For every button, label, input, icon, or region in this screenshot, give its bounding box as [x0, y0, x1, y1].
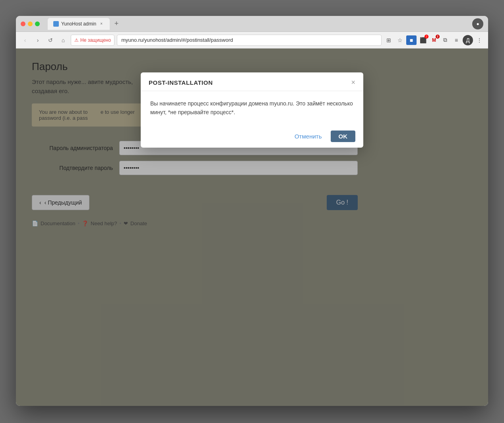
bookmark-icon[interactable]: ☆: [395, 35, 405, 45]
extension-icon-green[interactable]: ⬛ 2: [418, 35, 428, 45]
extension-icon-mail[interactable]: M 2: [429, 35, 439, 45]
modal-close-button[interactable]: ×: [351, 79, 355, 86]
modal-text: Вы начинаете процесс конфигурации домена…: [150, 99, 354, 117]
security-warning-icon: ⚠: [74, 37, 79, 43]
back-button[interactable]: ‹: [20, 35, 30, 45]
url-text: myuno.ru/yunohost/admin/#/postinstall/pa…: [121, 37, 233, 43]
extensions-puzzle-icon[interactable]: ⧉: [440, 35, 450, 45]
traffic-lights: [21, 21, 40, 26]
modal-footer: Отменить OK: [141, 125, 363, 148]
tab-bar: YunoHost admin × +: [48, 18, 122, 30]
more-options-icon[interactable]: ⋮: [475, 35, 484, 45]
cancel-button[interactable]: Отменить: [290, 131, 327, 142]
modal-header: POST-INSTALLATION ×: [141, 72, 363, 91]
reload-button[interactable]: ↺: [45, 35, 56, 45]
address-bar[interactable]: myuno.ru/yunohost/admin/#/postinstall/pa…: [117, 35, 382, 46]
browser-window: YunoHost admin × + ● ‹ › ↺ ⌂ ⚠ Не защище…: [16, 16, 488, 406]
modal-body: Вы начинаете процесс конфигурации домена…: [141, 91, 363, 125]
page-content: Пароль Этот пароль нуже... авите мудрост…: [16, 49, 488, 406]
tab-favicon: [53, 21, 59, 27]
profile-avatar[interactable]: Д: [463, 35, 473, 45]
title-bar: YunoHost admin × + ●: [16, 16, 488, 32]
security-badge[interactable]: ⚠ Не защищено: [71, 35, 114, 46]
browser-menu-icon[interactable]: ≡: [452, 35, 461, 45]
extension-icon-blue[interactable]: ■: [406, 35, 417, 45]
tab-title: YunoHost admin: [61, 21, 96, 27]
translate-icon[interactable]: ⊞: [384, 35, 394, 45]
forward-button[interactable]: ›: [33, 35, 43, 45]
minimize-window-button[interactable]: [28, 21, 33, 26]
modal-dialog: POST-INSTALLATION × Вы начинаете процесс…: [141, 72, 363, 148]
security-label: Не защищено: [80, 37, 111, 43]
home-button[interactable]: ⌂: [58, 35, 68, 45]
profile-icon[interactable]: ●: [472, 18, 483, 29]
close-window-button[interactable]: [21, 21, 25, 26]
active-tab[interactable]: YunoHost admin ×: [48, 18, 110, 30]
ok-button[interactable]: OK: [331, 131, 356, 142]
nav-bar: ‹ › ↺ ⌂ ⚠ Не защищено myuno.ru/yunohost/…: [16, 32, 488, 49]
tab-close-button[interactable]: ×: [99, 21, 104, 27]
maximize-window-button[interactable]: [35, 21, 40, 26]
new-tab-button[interactable]: +: [111, 19, 122, 29]
modal-overlay: POST-INSTALLATION × Вы начинаете процесс…: [16, 49, 488, 406]
modal-title: POST-INSTALLATION: [149, 79, 213, 86]
nav-icons-right: ⊞ ☆ ■ ⬛ 2 M 2 ⧉ ≡ Д ⋮: [384, 35, 484, 45]
